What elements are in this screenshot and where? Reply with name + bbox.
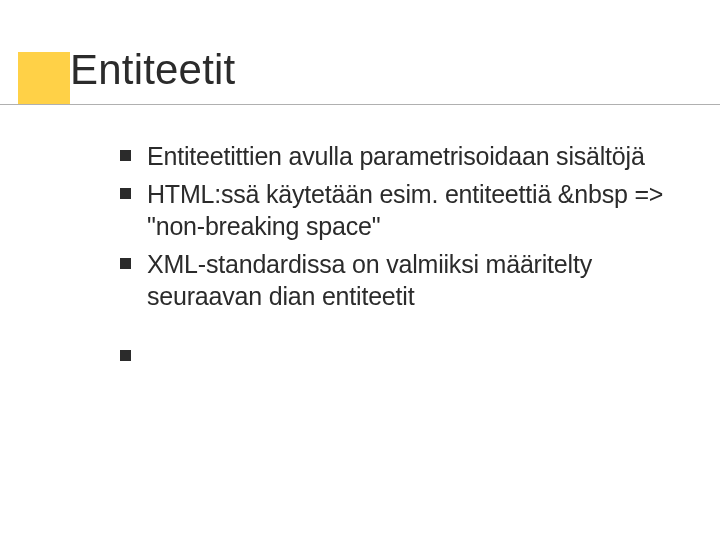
- square-bullet-icon: [120, 188, 131, 199]
- list-item: HTML:ssä käytetään esim. entiteettiä &nb…: [120, 178, 680, 242]
- square-bullet-icon: [120, 150, 131, 161]
- slide: Entiteetit Entiteetittien avulla paramet…: [0, 0, 720, 540]
- list-item: [120, 340, 680, 361]
- list-item: Entiteetittien avulla parametrisoidaan s…: [120, 140, 680, 172]
- title-rule: [0, 104, 720, 105]
- square-bullet-icon: [120, 350, 131, 361]
- title-accent-box: [18, 52, 70, 104]
- square-bullet-icon: [120, 258, 131, 269]
- bullet-text: Entiteetittien avulla parametrisoidaan s…: [147, 140, 645, 172]
- list-item: XML-standardissa on valmiiksi määritelty…: [120, 248, 680, 312]
- bullet-text: XML-standardissa on valmiiksi määritelty…: [147, 248, 680, 312]
- slide-title: Entiteetit: [70, 46, 235, 94]
- slide-body: Entiteetittien avulla parametrisoidaan s…: [120, 140, 680, 367]
- bullet-text: HTML:ssä käytetään esim. entiteettiä &nb…: [147, 178, 680, 242]
